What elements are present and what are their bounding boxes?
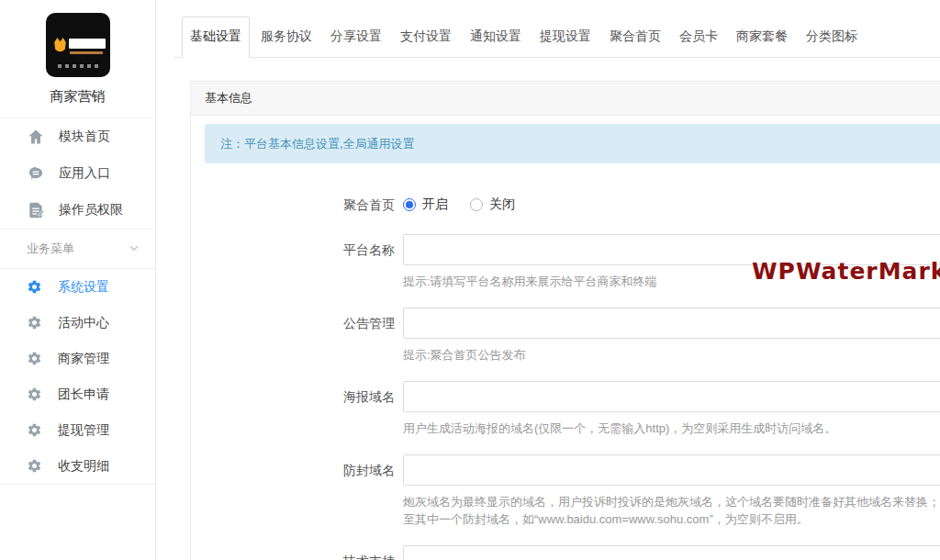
tab-service-agreement[interactable]: 服务协议 bbox=[253, 17, 319, 57]
field-label: 公告管理 bbox=[191, 308, 395, 364]
home-icon bbox=[27, 128, 45, 146]
sidebar-item-module-home[interactable]: 模块首页 bbox=[0, 118, 155, 155]
tab-share-settings[interactable]: 分享设置 bbox=[323, 17, 389, 57]
sidebar-item-label: 应用入口 bbox=[59, 165, 110, 182]
document-icon bbox=[27, 201, 45, 219]
field-hint: 用户生成活动海报的域名(仅限一个，无需输入http)，为空则采用生成时访问域名。 bbox=[403, 420, 940, 437]
field-label: 技术支持 bbox=[191, 545, 395, 560]
tab-category-icons[interactable]: 分类图标 bbox=[799, 17, 865, 57]
field-label: 海报域名 bbox=[191, 381, 395, 437]
field-label: 平台名称 bbox=[191, 234, 395, 290]
sidebar-section-business-menu[interactable]: 业务菜单 bbox=[0, 230, 155, 268]
sidebar-item-label: 系统设置 bbox=[58, 279, 109, 296]
chevron-down-icon bbox=[128, 241, 140, 257]
sidebar-item-label: 团长申请 bbox=[58, 386, 109, 403]
sidebar-item-operator-permissions[interactable]: 操作员权限 bbox=[0, 192, 155, 229]
gear-icon bbox=[27, 315, 42, 330]
field-label: 聚合首页 bbox=[191, 191, 395, 218]
poster-domain-input[interactable] bbox=[403, 381, 940, 412]
info-note: 注：平台基本信息设置,全局通用设置 bbox=[205, 124, 940, 163]
announcement-input[interactable] bbox=[403, 308, 940, 339]
gear-icon bbox=[27, 422, 42, 438]
field-label: 防封域名 bbox=[191, 454, 395, 528]
app-logo bbox=[46, 13, 110, 77]
tab-member-card[interactable]: 会员卡 bbox=[672, 17, 725, 57]
gear-icon bbox=[27, 351, 42, 366]
app-title: 商家营销 bbox=[0, 88, 155, 105]
fox-logo-icon bbox=[52, 37, 68, 58]
tab-merchant-package[interactable]: 商家套餐 bbox=[729, 17, 795, 57]
form-row-announcement: 公告管理 提示:聚合首页公告发布 bbox=[191, 308, 940, 364]
radio-on[interactable] bbox=[403, 198, 416, 211]
watermark-text: WPWaterMark bbox=[752, 258, 940, 285]
form-row-tech-support: 技术支持 bbox=[191, 545, 940, 560]
radio-off-label[interactable]: 关闭 bbox=[489, 196, 515, 213]
sidebar-item-label: 操作员权限 bbox=[59, 202, 123, 218]
radio-on-label[interactable]: 开启 bbox=[422, 196, 448, 213]
gear-icon bbox=[27, 458, 42, 474]
sidebar-item-leader-application[interactable]: 团长申请 bbox=[0, 376, 155, 412]
gear-icon bbox=[27, 279, 42, 295]
tech-support-input[interactable] bbox=[403, 545, 940, 560]
tab-notification-settings[interactable]: 通知设置 bbox=[463, 17, 529, 57]
sidebar-item-label: 模块首页 bbox=[59, 129, 110, 145]
anti-block-domain-input[interactable] bbox=[403, 454, 940, 486]
sidebar-item-label: 活动中心 bbox=[58, 315, 109, 331]
sidebar-item-label: 商家管理 bbox=[58, 351, 109, 367]
sidebar-item-label: 收支明细 bbox=[58, 458, 109, 475]
tab-aggregate-home[interactable]: 聚合首页 bbox=[602, 17, 668, 57]
sidebar-item-activity-center[interactable]: 活动中心 bbox=[0, 305, 155, 341]
sidebar: 商家营销 模块首页 应用入口 操作员权限 业务菜单 系统设置 bbox=[0, 0, 156, 560]
logo-subtext bbox=[70, 51, 103, 54]
panel-title: 基本信息 bbox=[191, 82, 940, 116]
sidebar-item-app-entry[interactable]: 应用入口 bbox=[0, 155, 155, 192]
sidebar-item-income-expense-details[interactable]: 收支明细 bbox=[0, 448, 155, 484]
field-hint: 提示:聚合首页公告发布 bbox=[403, 346, 940, 364]
logo-tagline bbox=[58, 64, 99, 68]
settings-tab-bar: 基础设置 服务协议 分享设置 支付设置 通知设置 提现设置 聚合首页 会员卡 商… bbox=[174, 16, 940, 58]
divider bbox=[0, 484, 155, 485]
settings-form: 聚合首页 开启 关闭 平台名称 提示:请填写平台名称用来展示给平台商家和终端 bbox=[191, 163, 940, 560]
form-row-anti-block-domain: 防封域名 炮灰域名为最终显示的域名，用户投诉时投诉的是炮灰域名，这个域名要随时准… bbox=[191, 454, 940, 528]
sidebar-item-system-settings[interactable]: 系统设置 bbox=[0, 269, 155, 305]
basic-info-panel: 基本信息 注：平台基本信息设置,全局通用设置 聚合首页 开启 关闭 平台名称 bbox=[190, 81, 940, 560]
gear-icon bbox=[27, 386, 42, 402]
form-row-poster-domain: 海报域名 用户生成活动海报的域名(仅限一个，无需输入http)，为空则采用生成时… bbox=[191, 381, 940, 437]
sidebar-item-withdrawal-management[interactable]: 提现管理 bbox=[0, 412, 155, 448]
sidebar-section-label: 业务菜单 bbox=[27, 241, 74, 257]
tab-basic-settings[interactable]: 基础设置 bbox=[182, 17, 250, 58]
form-row-aggregate-home: 聚合首页 开启 关闭 bbox=[191, 191, 940, 218]
chat-icon bbox=[27, 164, 45, 183]
logo-text-bar bbox=[69, 39, 106, 49]
tab-payment-settings[interactable]: 支付设置 bbox=[393, 17, 459, 57]
sidebar-item-merchant-management[interactable]: 商家管理 bbox=[0, 341, 155, 376]
field-hint-line2: 至其中一个防封域名，如“www.baidu.com=www.sohu.com”，… bbox=[403, 510, 940, 528]
field-hint-line1: 炮灰域名为最终显示的域名，用户投诉时投诉的是炮灰域名，这个域名要随时准备好其他域… bbox=[403, 493, 940, 510]
sidebar-item-label: 提现管理 bbox=[58, 422, 109, 439]
tab-withdrawal-settings[interactable]: 提现设置 bbox=[532, 17, 599, 57]
radio-off[interactable] bbox=[470, 198, 483, 211]
